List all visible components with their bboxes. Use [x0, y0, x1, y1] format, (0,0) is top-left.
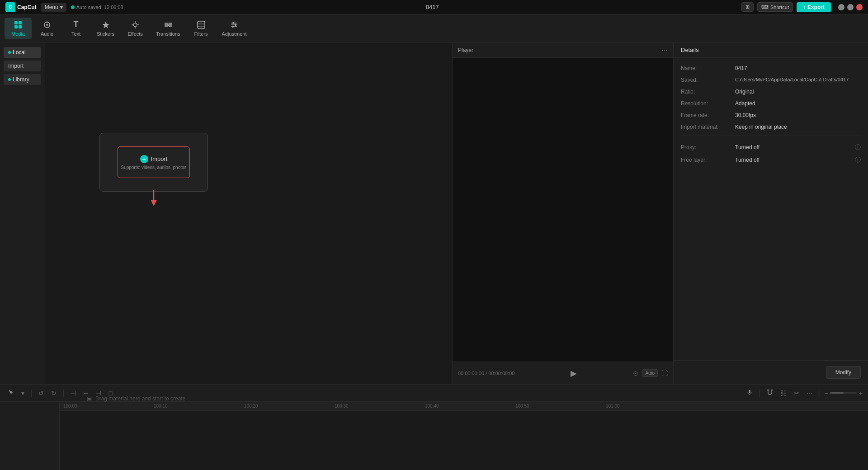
toolbar-item-audio[interactable]: Audio — [33, 18, 61, 39]
menu-button[interactable]: Menu ▾ — [41, 3, 66, 12]
effects-label: Effects — [127, 31, 142, 37]
mic-button[interactable] — [744, 388, 755, 398]
zoom-out-button[interactable]: − — [825, 390, 828, 397]
timeline-track-area[interactable]: 100:00 100:10 100:20 100:30 100:40 100:5… — [60, 402, 868, 470]
sidebar-library[interactable]: Library — [4, 74, 41, 85]
toolbar-item-text[interactable]: T Text — [62, 17, 90, 39]
ruler-mark-1: 100:10 — [154, 404, 168, 409]
proxy-value: Turned off — [735, 144, 855, 150]
split-button[interactable]: ⊣ — [68, 388, 78, 398]
player-playback-buttons: ▶ — [571, 368, 577, 378]
player-options-button[interactable]: ⋯ — [661, 47, 668, 54]
screenshot-button[interactable]: ⊙ — [633, 370, 638, 377]
details-header: Details — [674, 42, 868, 58]
timeline-track-labels — [0, 402, 60, 470]
svg-point-22 — [232, 26, 234, 28]
import-box-title: + Import — [140, 155, 168, 163]
cursor-icon — [8, 389, 14, 395]
auto-quality-button[interactable]: Auto — [642, 369, 658, 377]
library-label: Library — [13, 76, 29, 83]
freelayer-info-icon[interactable]: ⓘ — [855, 156, 861, 164]
monitor-button[interactable]: ⊞ — [741, 2, 754, 12]
toolbar-item-filters[interactable]: Filters — [188, 18, 215, 39]
autosave-text: Auto saved: 12:06:08 — [76, 5, 123, 10]
magnet-icon — [767, 389, 773, 395]
arrow-down-indicator — [149, 190, 158, 209]
toolbar-item-effects[interactable]: Effects — [122, 18, 149, 39]
saved-value: C:/Users/MyPC/AppData/Local/CapCut Draft… — [735, 77, 861, 82]
sidebar-local[interactable]: Local — [4, 47, 41, 58]
framerate-value: 30.00fps — [735, 112, 861, 118]
zoom-in-button[interactable]: + — [859, 390, 863, 397]
time-total: 00:00:00:00 — [488, 371, 514, 376]
detail-proxy-row: Proxy: Turned off ⓘ — [681, 143, 861, 151]
details-panel: Details Name: 0417 Saved: C:/Users/MyPC/… — [674, 42, 868, 384]
svg-point-5 — [46, 24, 48, 26]
tl-sep2 — [63, 390, 64, 397]
more-options-button[interactable]: ⋯ — [804, 388, 815, 398]
shortcut-button[interactable]: ⌨ Shortcut — [757, 2, 793, 12]
adjustment-icon — [230, 20, 239, 29]
player-controls: 00:00:00:00 / 00:00:00:00 ▶ ⊙ Auto ⛶ — [453, 362, 673, 384]
export-button[interactable]: ↑ Export — [797, 2, 831, 12]
ruler-mark-4: 100:40 — [425, 404, 439, 409]
details-content: Name: 0417 Saved: C:/Users/MyPC/AppData/… — [674, 58, 868, 360]
proxy-info-icon[interactable]: ⓘ — [855, 143, 861, 151]
library-dot — [8, 78, 11, 81]
timeline-ruler: 100:00 100:10 100:20 100:30 100:40 100:5… — [60, 402, 868, 411]
ruler-mark-0: 100:00 — [63, 404, 77, 409]
logo-text: CapCut — [17, 4, 37, 10]
toolbar-item-stickers[interactable]: Stickers — [91, 18, 120, 39]
menu-chevron: ▾ — [60, 4, 63, 10]
svg-rect-12 — [165, 23, 168, 27]
import-subtitle: Supports: videos, audios, photos — [121, 165, 186, 170]
filters-label: Filters — [194, 31, 208, 37]
undo-button[interactable]: ↺ — [36, 388, 46, 398]
toolbar-item-media[interactable]: Media — [5, 18, 32, 39]
redo-button[interactable]: ↻ — [49, 388, 59, 398]
toolbar: Media Audio T Text Stickers Effects — [0, 14, 868, 42]
scissors-button[interactable]: ✂ — [792, 388, 802, 398]
drag-hint-icon: ▣ — [87, 395, 92, 402]
svg-rect-25 — [749, 390, 750, 393]
import-plus-icon: + — [140, 155, 148, 163]
toolbar-item-adjustment[interactable]: Adjustment — [217, 18, 252, 39]
minimize-button[interactable] — [838, 4, 844, 10]
tl-sep3 — [760, 390, 760, 397]
drag-hint: ▣ Drag material here and start to create — [87, 395, 185, 402]
local-dot — [8, 51, 11, 54]
transitions-label: Transitions — [156, 31, 180, 37]
select-dropdown-button[interactable]: ▾ — [19, 388, 27, 398]
name-value: 0417 — [735, 65, 861, 71]
autosave-dot — [71, 5, 75, 9]
filters-icon — [197, 20, 206, 29]
timeline-right-buttons: ⛓ ✂ ⋯ − + — [744, 388, 863, 398]
fullscreen-button[interactable]: ⛶ — [661, 370, 668, 377]
modify-button[interactable]: Modify — [826, 366, 861, 379]
export-label: Export — [807, 4, 825, 10]
select-tool-button[interactable] — [5, 388, 16, 398]
mic-icon — [746, 389, 753, 395]
main-layout: Local Import Library + Import Supports: … — [0, 42, 868, 384]
sidebar-import[interactable]: Import — [4, 61, 41, 71]
link-button[interactable]: ⛓ — [778, 388, 789, 398]
maximize-button[interactable] — [847, 4, 854, 10]
player-canvas — [453, 58, 673, 362]
project-name: 0417 — [426, 4, 439, 10]
player-title: Player — [458, 47, 473, 53]
detail-divider — [681, 136, 861, 136]
media-label: Media — [11, 31, 25, 37]
svg-rect-1 — [19, 21, 22, 24]
drag-hint-text: Drag material here and start to create — [95, 395, 185, 402]
play-button[interactable]: ▶ — [571, 368, 577, 378]
toolbar-item-transitions[interactable]: Transitions — [151, 18, 185, 39]
import-button[interactable]: + Import Supports: videos, audios, photo… — [118, 146, 190, 178]
audio-icon — [42, 20, 52, 29]
close-button[interactable] — [856, 4, 863, 10]
local-label: Local — [13, 49, 26, 56]
modify-label: Modify — [835, 369, 851, 376]
text-icon: T — [74, 20, 79, 29]
details-footer: Modify — [674, 360, 868, 384]
detail-name-row: Name: 0417 — [681, 65, 861, 71]
magnet-button[interactable] — [764, 388, 775, 398]
